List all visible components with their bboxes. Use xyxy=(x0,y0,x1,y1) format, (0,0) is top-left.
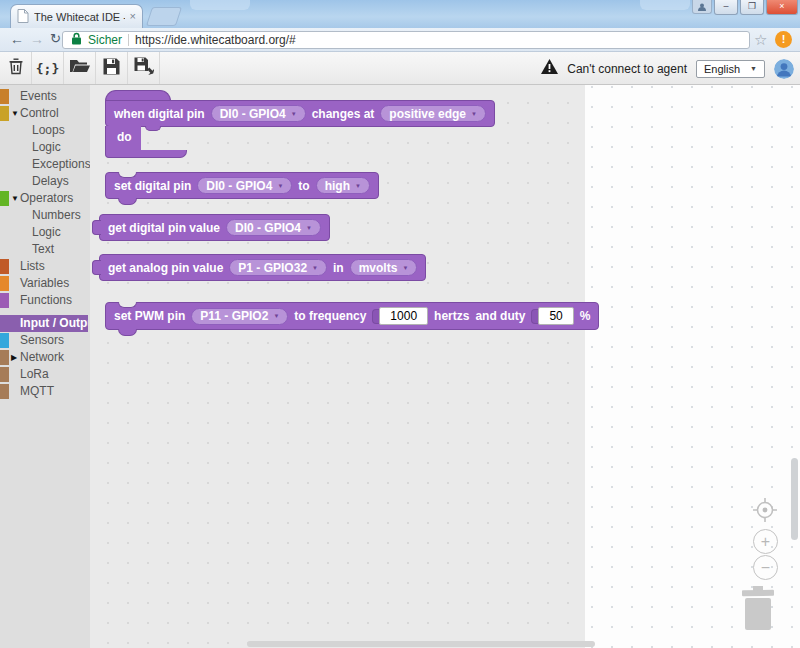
block-row: when digital pinDI0 - GPIO4▼changes atpo… xyxy=(105,100,495,127)
sidebar-item-operators[interactable]: ▼Operators xyxy=(0,190,90,207)
block-value-2[interactable]: get digital pin valueDI0 - GPIO4▼ xyxy=(99,214,330,241)
category-label: Lists xyxy=(0,258,90,275)
block-dropdown[interactable]: DI0 - GPIO4▼ xyxy=(226,219,321,236)
bookmark-star-icon[interactable]: ☆ xyxy=(754,31,767,49)
secure-label: Sicher xyxy=(88,33,122,47)
category-label: Delays xyxy=(0,173,90,190)
category-label: Logic xyxy=(0,139,90,156)
zoom-reset-button[interactable] xyxy=(752,497,778,523)
back-button[interactable]: ← xyxy=(10,30,24,48)
category-label: Numbers xyxy=(0,207,90,224)
chevron-down-icon: ▼ xyxy=(273,313,279,319)
save-icon xyxy=(102,57,121,80)
chevron-down-icon: ▼ xyxy=(306,225,312,231)
sidebar-item-mqtt[interactable]: MQTT xyxy=(0,383,90,400)
category-label: Text xyxy=(0,241,90,258)
block-category-sidebar: Events▼ControlLoopsLogicExceptionsDelays… xyxy=(0,85,90,648)
maximize-button[interactable]: ❐ xyxy=(740,0,764,15)
sidebar-item-loops[interactable]: Loops xyxy=(0,122,90,139)
sidebar-item-numbers[interactable]: Numbers xyxy=(0,207,90,224)
horizontal-scrollbar[interactable] xyxy=(247,641,595,647)
block-number-input[interactable]: 50 xyxy=(531,307,573,325)
block-dropdown-value: DI0 - GPIO4 xyxy=(235,221,301,235)
zoom-out-button[interactable]: − xyxy=(753,555,778,580)
block-label: set digital pin xyxy=(114,179,191,193)
trash-icon xyxy=(6,56,26,80)
sidebar-item-input-output[interactable]: Input / Output xyxy=(0,315,88,332)
folder-icon xyxy=(69,57,91,79)
sidebar-item-events[interactable]: Events xyxy=(0,88,90,105)
tab-close-icon[interactable]: × xyxy=(130,11,136,22)
block-statement-slot: do xyxy=(105,127,215,158)
language-select[interactable]: English ▼ xyxy=(696,60,765,78)
browser-menu-update-icon[interactable]: ! xyxy=(775,31,792,48)
chevron-down-icon: ▼ xyxy=(11,105,19,122)
forward-button[interactable]: → xyxy=(30,30,44,48)
reload-button[interactable]: ↻ xyxy=(50,30,61,48)
number-field[interactable]: 1000 xyxy=(379,307,428,325)
sidebar-item-logic[interactable]: Logic xyxy=(0,224,90,241)
chevron-down-icon: ▼ xyxy=(402,265,408,271)
sidebar-item-functions[interactable]: Functions xyxy=(0,292,90,309)
aero-decoration xyxy=(640,0,690,10)
chevron-down-icon: ▼ xyxy=(355,183,361,189)
zoom-in-button[interactable]: + xyxy=(753,529,778,554)
sidebar-item-variables[interactable]: Variables xyxy=(0,275,90,292)
block-number-input[interactable]: 1000 xyxy=(372,307,428,325)
block-dropdown[interactable]: positive edge▼ xyxy=(380,105,486,122)
sidebar-item-lora[interactable]: LoRa xyxy=(0,366,90,383)
block-dropdown[interactable]: P11 - GPIO2▼ xyxy=(191,308,288,325)
show-code-button[interactable]: {;} xyxy=(32,52,64,84)
block-stmt-4[interactable]: set PWM pinP11 - GPIO2▼to frequency1000h… xyxy=(105,302,599,330)
sidebar-item-delays[interactable]: Delays xyxy=(0,173,90,190)
block-dropdown-value: DI0 - GPIO4 xyxy=(220,107,286,121)
open-file-button[interactable] xyxy=(64,52,96,84)
category-color-swatch xyxy=(0,191,9,206)
profile-button[interactable] xyxy=(692,0,712,14)
chevron-right-icon: ▶ xyxy=(11,349,17,366)
sidebar-item-logic[interactable]: Logic xyxy=(0,139,90,156)
new-tab-button[interactable] xyxy=(146,7,182,26)
browser-titlebar: The Whitecat IDE - alpha × – ❐ × xyxy=(0,0,800,28)
sidebar-item-lists[interactable]: Lists xyxy=(0,258,90,275)
close-button[interactable]: × xyxy=(766,0,798,15)
block-value-3[interactable]: get analog pin valueP1 - GPIO32▼inmvolts… xyxy=(99,254,426,281)
chevron-down-icon: ▼ xyxy=(277,183,283,189)
minimize-button[interactable]: – xyxy=(714,0,738,15)
input-socket xyxy=(372,309,379,324)
block-dropdown[interactable]: mvolts▼ xyxy=(350,259,418,276)
category-color-swatch xyxy=(0,106,9,121)
block-dropdown[interactable]: DI0 - GPIO4▼ xyxy=(197,177,292,194)
sidebar-item-control[interactable]: ▼Control xyxy=(0,105,90,122)
address-separator xyxy=(128,34,129,46)
block-dropdown-value: positive edge xyxy=(389,107,466,121)
block-label: in xyxy=(333,261,344,275)
block-dropdown[interactable]: high▼ xyxy=(316,177,370,194)
browser-tab[interactable]: The Whitecat IDE - alpha × xyxy=(10,4,143,28)
code-icon: {;} xyxy=(36,61,59,76)
block-label: and duty xyxy=(475,309,525,323)
sidebar-item-sensors[interactable]: Sensors xyxy=(0,332,90,349)
workspace-trash-icon[interactable] xyxy=(740,585,776,631)
user-avatar[interactable] xyxy=(774,59,794,79)
address-bar[interactable]: Sicher https://ide.whitecatboard.org/# xyxy=(62,31,750,49)
block-label: changes at xyxy=(312,107,375,121)
number-field[interactable]: 50 xyxy=(538,307,573,325)
save-to-board-button[interactable] xyxy=(128,52,160,84)
sidebar-item-exceptions[interactable]: Exceptions xyxy=(0,156,90,173)
sidebar-item-network[interactable]: ▶Network xyxy=(0,349,90,366)
block-bottom-arm xyxy=(105,150,187,158)
favicon-page-icon xyxy=(17,9,29,25)
category-label: Logic xyxy=(0,224,90,241)
workspace-bounds xyxy=(90,85,585,648)
block-dropdown[interactable]: DI0 - GPIO4▼ xyxy=(211,105,306,122)
block-stmt-1[interactable]: set digital pinDI0 - GPIO4▼tohigh▼ xyxy=(105,172,379,199)
sidebar-item-text[interactable]: Text xyxy=(0,241,90,258)
block-hat-0[interactable]: when digital pinDI0 - GPIO4▼changes atpo… xyxy=(105,90,495,158)
delete-program-button[interactable] xyxy=(0,52,32,84)
tab-title: The Whitecat IDE - alpha xyxy=(34,11,125,23)
block-dropdown[interactable]: P1 - GPIO32▼ xyxy=(229,259,327,276)
vertical-scrollbar[interactable] xyxy=(791,458,798,540)
save-button[interactable] xyxy=(96,52,128,84)
workspace-canvas[interactable]: when digital pinDI0 - GPIO4▼changes atpo… xyxy=(90,85,800,648)
